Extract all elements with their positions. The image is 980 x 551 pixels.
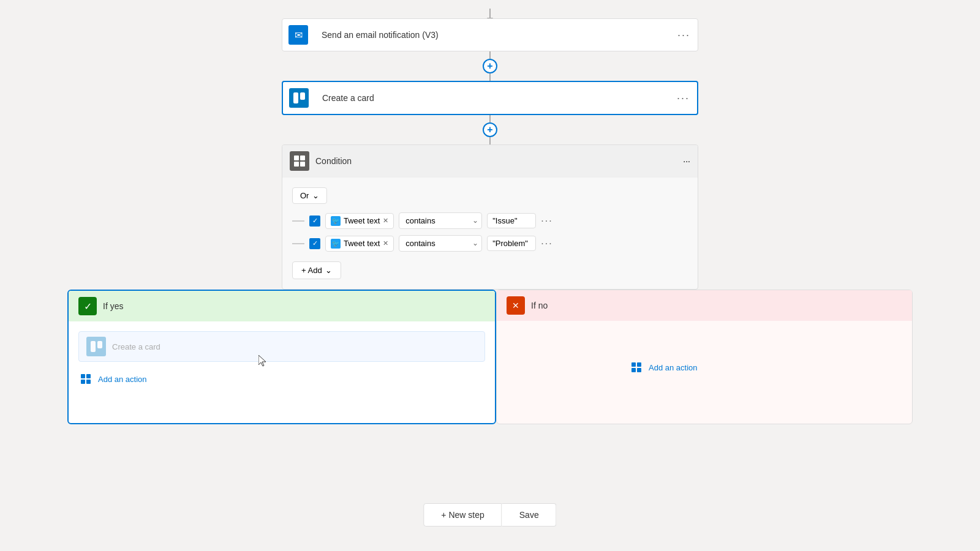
condition-card: Condition ··· Or ⌄ Tweet text ✕ c	[282, 144, 698, 290]
add-action-yes-icon	[78, 372, 93, 386]
condition-body: Or ⌄ Tweet text ✕ contains does not cont…	[282, 178, 698, 289]
row-menu-1[interactable]: ···	[541, 216, 552, 227]
row-menu-2[interactable]: ···	[541, 238, 552, 249]
svg-rect-4	[631, 362, 636, 367]
condition-value-1: "Issue"	[487, 213, 536, 228]
tweet-field-remove-2[interactable]: ✕	[383, 239, 388, 247]
svg-rect-7	[637, 368, 641, 372]
save-button[interactable]: Save	[502, 503, 557, 527]
svg-rect-5	[637, 362, 641, 367]
no-icon	[507, 296, 525, 315]
twitter-icon-1	[331, 216, 341, 226]
email-step-title: Send an email notification (V3)	[314, 30, 670, 40]
branch-yes-header: If yes	[69, 291, 495, 321]
branch-yes-body: Create a card Add an action	[69, 321, 495, 399]
create-card-step-title: Create a card	[315, 93, 669, 103]
add-action-yes-button[interactable]: Add an action	[78, 369, 485, 389]
add-condition-label: + Add	[301, 266, 322, 275]
add-step-circle-1[interactable]: +	[483, 59, 497, 73]
svg-rect-2	[81, 380, 85, 384]
condition-value-2: "Problem"	[487, 236, 536, 251]
tweet-field-remove-1[interactable]: ✕	[383, 217, 388, 225]
connector-after-email[interactable]: +	[483, 51, 497, 81]
email-step-menu[interactable]: ···	[670, 29, 698, 42]
trello-icon-main	[283, 82, 315, 114]
add-action-no-label: Add an action	[649, 363, 698, 372]
svg-rect-3	[86, 380, 91, 384]
add-action-no-button[interactable]: Add an action	[629, 358, 902, 377]
tweet-field-2[interactable]: Tweet text ✕	[325, 236, 394, 252]
contains-select-wrapper-1: contains does not contain equals	[399, 212, 482, 229]
add-action-no-icon	[629, 360, 644, 375]
svg-rect-1	[86, 374, 91, 378]
add-step-circle-2[interactable]: +	[483, 122, 497, 137]
twitter-icon-2	[331, 239, 341, 249]
branch-yes: If yes Create a card	[67, 290, 496, 424]
checkbox-2[interactable]	[309, 238, 320, 249]
tweet-field-label-1: Tweet text	[344, 216, 380, 225]
branch-container: If yes Create a card	[67, 290, 913, 424]
email-icon	[282, 19, 314, 51]
yes-icon	[78, 297, 97, 315]
contains-select-wrapper-2: contains does not contain equals	[399, 235, 482, 252]
connector-after-card[interactable]: +	[483, 115, 497, 144]
svg-rect-0	[81, 374, 85, 378]
branch-no: If no Add an action	[496, 290, 913, 424]
flow-canvas: Send an email notification (V3) ··· + Cr…	[0, 0, 980, 551]
add-condition-button[interactable]: + Add ⌄	[292, 261, 341, 279]
or-button[interactable]: Or ⌄	[292, 187, 327, 204]
branch-no-header: If no	[497, 290, 912, 321]
condition-title: Condition	[315, 156, 683, 166]
branch-yes-label: If yes	[103, 301, 123, 311]
condition-row-1: Tweet text ✕ contains does not contain e…	[292, 212, 688, 229]
ghost-trello-icon	[86, 337, 106, 356]
checkbox-1[interactable]	[309, 216, 320, 227]
create-card-step-menu[interactable]: ···	[669, 92, 697, 105]
tweet-field-1[interactable]: Tweet text ✕	[325, 213, 394, 229]
condition-header: Condition ···	[282, 145, 698, 178]
create-card-step-card[interactable]: Create a card ···	[282, 81, 698, 115]
condition-icon	[290, 151, 309, 171]
ghost-card-title: Create a card	[112, 342, 160, 351]
new-step-button[interactable]: + New step	[423, 503, 502, 527]
branch-no-body: Add an action	[497, 321, 912, 387]
svg-rect-6	[631, 368, 636, 372]
ghost-create-card[interactable]: Create a card	[78, 331, 485, 362]
tree-line-2	[292, 243, 304, 244]
add-action-yes-label: Add an action	[98, 375, 147, 384]
condition-row-2: Tweet text ✕ contains does not contain e…	[292, 235, 688, 252]
or-chevron-icon: ⌄	[312, 191, 319, 200]
email-step-card[interactable]: Send an email notification (V3) ···	[282, 18, 698, 51]
tree-line-1	[292, 220, 304, 222]
connector-top	[489, 9, 491, 18]
contains-select-1[interactable]: contains does not contain equals	[399, 212, 482, 229]
contains-select-2[interactable]: contains does not contain equals	[399, 235, 482, 252]
bottom-toolbar: + New step Save	[423, 503, 556, 527]
branch-no-label: If no	[531, 301, 548, 310]
tweet-field-label-2: Tweet text	[344, 239, 380, 248]
add-chevron-icon: ⌄	[325, 266, 332, 275]
condition-menu[interactable]: ···	[683, 156, 690, 166]
